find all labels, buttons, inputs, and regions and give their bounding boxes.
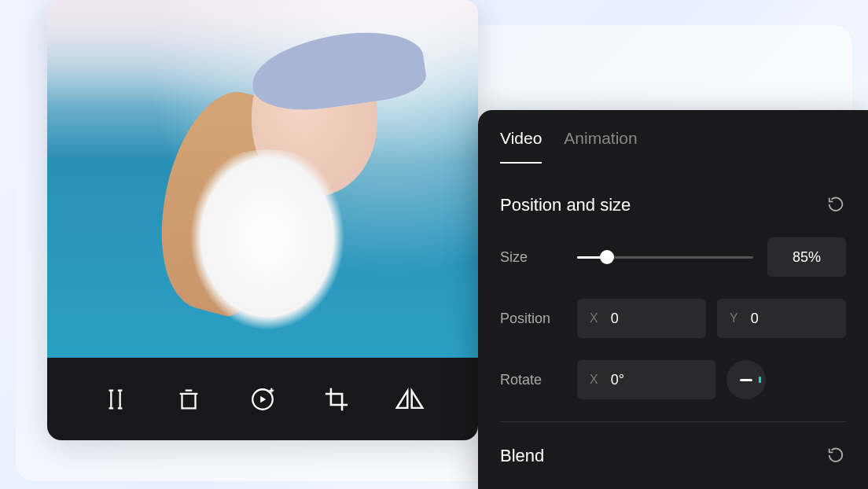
mirror-icon bbox=[395, 386, 425, 413]
size-slider[interactable] bbox=[577, 256, 753, 259]
speed-icon bbox=[249, 386, 276, 413]
speed-button[interactable] bbox=[245, 382, 280, 417]
rotate-axis-label: X bbox=[590, 373, 598, 387]
crop-icon bbox=[323, 386, 350, 413]
y-axis-label: Y bbox=[730, 311, 738, 325]
panel-tabs: Video Animation bbox=[500, 129, 846, 164]
video-frame[interactable] bbox=[47, 0, 478, 358]
rotate-dial-marker bbox=[759, 377, 761, 383]
rotate-value: 0° bbox=[611, 372, 624, 388]
position-y-input[interactable]: Y 0 bbox=[717, 299, 846, 338]
rotate-dial[interactable] bbox=[726, 360, 766, 399]
position-control: Position X 0 Y 0 bbox=[500, 299, 846, 338]
size-control: Size 85% bbox=[500, 237, 846, 277]
size-label: Size bbox=[500, 249, 577, 266]
reset-blend-button[interactable] bbox=[827, 447, 846, 465]
x-axis-label: X bbox=[590, 311, 598, 325]
video-toolbar bbox=[47, 358, 478, 440]
tab-video[interactable]: Video bbox=[500, 129, 542, 164]
delete-icon bbox=[175, 386, 202, 413]
mirror-button[interactable] bbox=[392, 382, 427, 417]
reset-icon bbox=[827, 196, 844, 213]
delete-button[interactable] bbox=[171, 382, 206, 417]
rotate-control: Rotate X 0° bbox=[500, 360, 846, 399]
size-value-input[interactable]: 85% bbox=[767, 237, 846, 277]
position-y-value: 0 bbox=[751, 311, 759, 327]
rotate-x-input[interactable]: X 0° bbox=[577, 360, 715, 399]
reset-icon bbox=[827, 447, 844, 464]
blend-header: Blend bbox=[500, 446, 846, 466]
video-preview-panel bbox=[47, 0, 478, 440]
rotate-dial-handle bbox=[740, 379, 752, 381]
tab-animation[interactable]: Animation bbox=[564, 129, 637, 164]
position-x-value: 0 bbox=[611, 311, 619, 327]
position-x-input[interactable]: X 0 bbox=[577, 299, 706, 338]
reset-position-size-button[interactable] bbox=[827, 196, 846, 215]
crop-button[interactable] bbox=[319, 382, 354, 417]
position-size-title: Position and size bbox=[500, 195, 631, 215]
position-label: Position bbox=[500, 311, 577, 327]
size-slider-thumb[interactable] bbox=[600, 250, 614, 264]
properties-panel: Video Animation Position and size Size 8… bbox=[478, 110, 868, 489]
split-icon bbox=[102, 386, 129, 413]
rotate-label: Rotate bbox=[500, 372, 577, 388]
section-divider bbox=[500, 421, 846, 422]
blend-title: Blend bbox=[500, 446, 544, 466]
position-size-header: Position and size bbox=[500, 195, 846, 215]
split-button[interactable] bbox=[98, 382, 133, 417]
